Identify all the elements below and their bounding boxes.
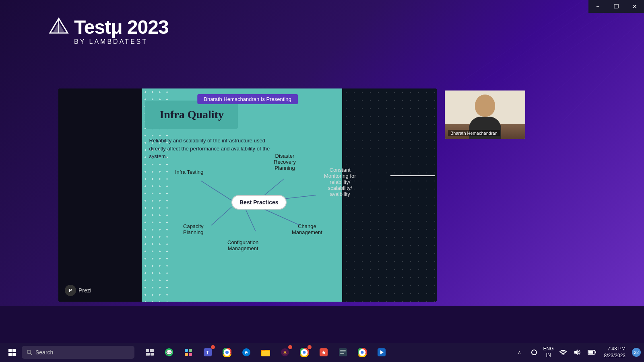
presentation-container: Bharath Hemachandran Is Presenting Infra…	[58, 88, 437, 302]
slide-description: Reliability and scalability of the infra…	[149, 137, 282, 160]
svg-rect-16	[12, 349, 16, 352]
start-button[interactable]	[3, 343, 21, 361]
task-view-button[interactable]	[141, 343, 159, 361]
svg-point-52	[361, 351, 364, 354]
teams-badge	[211, 345, 215, 349]
svg-rect-28	[189, 349, 192, 352]
chrome-button-2[interactable]	[295, 343, 313, 361]
edge-button[interactable]: e	[237, 343, 255, 361]
maximize-button[interactable]: ❐	[607, 0, 625, 13]
media-player-icon	[377, 348, 386, 357]
svg-line-12	[246, 209, 256, 231]
taskbar-right: ∧ ENG IN	[514, 346, 644, 359]
explorer-icon	[261, 348, 270, 356]
svg-rect-59	[588, 351, 593, 354]
prezi-label: Prezi	[78, 287, 91, 294]
window-controls: − ❐ ✕	[588, 0, 644, 13]
svg-rect-27	[185, 349, 188, 352]
teams-button[interactable]: T	[199, 343, 217, 361]
svg-rect-24	[151, 353, 154, 356]
svg-rect-58	[595, 352, 596, 354]
svg-line-13	[260, 207, 300, 225]
taskbar-left: Search	[0, 343, 134, 361]
mindmap-center-node: Best Practices	[231, 195, 287, 210]
slide-area: Infra Quality Reliability and scalabilit…	[58, 88, 437, 302]
svg-point-55	[562, 354, 564, 356]
minimize-button[interactable]: −	[588, 0, 607, 13]
camera-person-label: Bharath Hemachandran	[448, 130, 500, 136]
dark-right-line	[390, 175, 435, 176]
app1-icon: ★	[319, 348, 328, 357]
svg-rect-49	[340, 352, 346, 352]
svg-line-5	[463, 0, 584, 80]
search-label: Search	[35, 349, 53, 356]
media-player-button[interactable]	[373, 343, 390, 361]
close-button[interactable]: ✕	[625, 0, 644, 13]
explorer-button[interactable]	[257, 343, 275, 361]
notepad-button[interactable]	[334, 343, 352, 361]
svg-rect-15	[8, 349, 12, 352]
mindmap-branch-constant-monitoring: ConstantMonitoring forrelability/scalabi…	[324, 167, 356, 197]
chrome-icon-2	[300, 348, 309, 357]
notepad-icon	[339, 348, 347, 357]
svg-text:T: T	[206, 350, 209, 356]
notification-count[interactable]: 22	[632, 348, 641, 357]
svg-rect-29	[185, 353, 188, 356]
prezi-logo: P	[65, 285, 76, 296]
mindmap-branch-capacity-planning: CapacityPlanning	[183, 223, 204, 235]
slide-title-box: Infra Quality	[145, 101, 238, 129]
svg-line-4	[483, 0, 604, 80]
chrome-badge-2	[308, 345, 312, 349]
volume-svg	[574, 349, 581, 356]
task-view-icon	[146, 349, 154, 356]
svg-marker-56	[574, 350, 578, 355]
wifi-svg	[559, 350, 567, 355]
search-icon	[27, 350, 32, 355]
widgets-button[interactable]	[180, 343, 197, 361]
slack-button[interactable]: S	[276, 343, 294, 361]
presenter-badge: Bharath Hemachandran Is Presenting	[197, 94, 298, 104]
svg-line-9	[201, 181, 231, 200]
teams-icon: T	[203, 348, 212, 357]
svg-rect-21	[146, 349, 149, 352]
logo-row: Testμ 2023	[48, 16, 169, 38]
svg-rect-17	[8, 353, 12, 356]
mindmap-branch-change-management: ChangeManagement	[292, 223, 322, 235]
search-bar[interactable]: Search	[22, 346, 134, 359]
svg-point-35	[226, 351, 229, 354]
camera-feed: Bharath Hemachandran	[445, 90, 525, 139]
notification-arrow[interactable]: ∧	[514, 347, 525, 358]
taskbar-center: 💬 T	[141, 343, 390, 361]
mindmap-branch-infra-testing: Infra Testing	[175, 169, 204, 175]
svg-rect-18	[12, 353, 16, 356]
edge-icon: e	[242, 348, 251, 357]
brand-name: Testμ 2023	[74, 16, 169, 38]
svg-text:S: S	[283, 350, 287, 356]
language-indicator[interactable]: ENG IN	[543, 347, 554, 358]
app1-button[interactable]: ★	[315, 343, 332, 361]
slack-badge	[288, 345, 292, 349]
chrome-icon-1	[223, 348, 231, 357]
mindmap-branch-disaster-recovery: DisasterRecoveryPlanning	[274, 153, 296, 171]
windows-icon	[8, 349, 16, 356]
svg-line-20	[31, 354, 32, 355]
svg-rect-40	[262, 351, 270, 356]
chrome-button-3[interactable]	[353, 343, 371, 361]
widgets-icon	[184, 348, 193, 357]
svg-point-44	[303, 351, 306, 354]
svg-rect-23	[146, 353, 150, 356]
taskbar: Search 💬	[0, 343, 644, 362]
chrome-button-1[interactable]	[218, 343, 236, 361]
svg-rect-50	[340, 353, 344, 354]
brand-sub: BY LAMBDATEST	[74, 38, 148, 45]
recycle-icon[interactable]	[528, 347, 540, 358]
battery-icon[interactable]	[586, 347, 598, 358]
time-display: 7:43 PM	[604, 346, 625, 352]
clock[interactable]: 7:43 PM 8/23/2023	[601, 346, 629, 359]
volume-icon[interactable]	[572, 347, 583, 358]
svg-rect-30	[189, 353, 192, 356]
svg-rect-22	[150, 349, 154, 352]
whatsapp-button[interactable]: 💬	[160, 343, 178, 361]
svg-text:★: ★	[321, 349, 326, 356]
wifi-icon[interactable]	[557, 347, 569, 358]
